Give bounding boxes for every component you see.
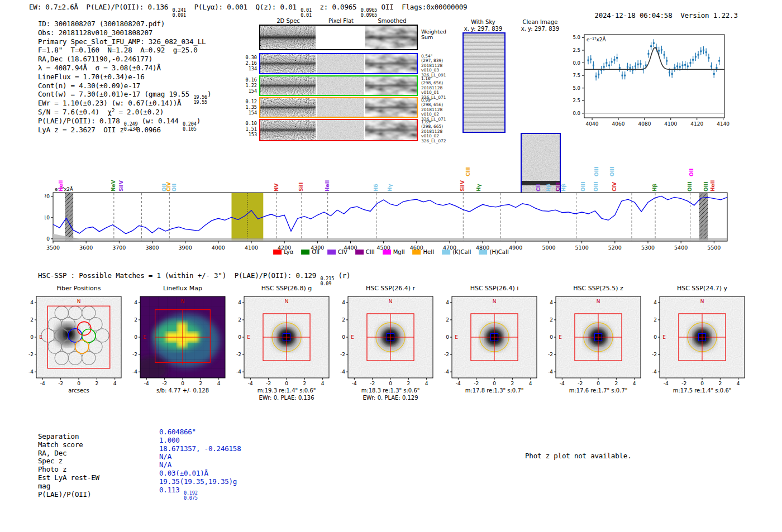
data-point: [687, 65, 689, 67]
tick-label: -2: [548, 352, 553, 357]
spec2d-row-right-labels: Weighted Sum: [421, 29, 446, 41]
spec2d-cell: [260, 76, 316, 95]
tick-label: 4040: [586, 121, 599, 127]
tick-label: 4100: [664, 121, 677, 127]
tick-label: -2: [578, 381, 583, 386]
emission-line-label: OIII: [593, 181, 599, 191]
info-text: λ = 4087.94Å σ = 3.08(±0.74)Å: [38, 64, 161, 72]
withsky-coords: x, y: 297, 839: [458, 26, 508, 32]
tick-label: -4: [456, 381, 461, 386]
tick-label: 4: [529, 381, 532, 386]
data-point: [650, 45, 652, 47]
emission-line-label: SiIV: [118, 180, 124, 191]
tick-label: 2: [550, 317, 553, 323]
tick-label: 4100: [245, 245, 258, 251]
spec2d-cell: [260, 54, 316, 73]
legend-label: HeII: [423, 249, 435, 255]
info-line-7: Cont(n) = 4.30(±0.09)e-17: [38, 82, 211, 90]
spec2d-cell: [317, 120, 364, 140]
col-header-smoothed: Smoothed: [366, 18, 418, 24]
match-row-value: 1.000: [159, 436, 180, 444]
header-fraction: 0.2410.091: [172, 8, 186, 18]
emission-line-label: NeV: [111, 180, 116, 191]
data-point: [718, 60, 720, 61]
cutout-caption: m:17.5 re:1.4" s:0.6": [643, 387, 761, 394]
detection-info-block: ID: 3001808207 (3001808207.pdf)Obs: 2018…: [38, 20, 211, 134]
match-value-text: N/A: [159, 452, 171, 461]
tick-label: 4: [446, 300, 449, 305]
tick-label: 0: [446, 334, 449, 340]
cutout-caption: arcsecs: [20, 387, 137, 394]
info-text: LyA z = 2.3627 OII z = 0.0966: [38, 126, 161, 134]
info-text: Cont(n) = 4.30(±0.09)e-17: [38, 82, 140, 90]
emission-line-label: SiIV: [460, 180, 465, 191]
tick-label: N: [389, 299, 393, 304]
tick-label: 3500: [46, 245, 60, 251]
info-line-9: EWr = 1.10(±0.23) (w: 0.67(±0.14))Å: [38, 99, 211, 108]
tick-label: -4: [248, 381, 253, 386]
info-line-0: ID: 3001808207 (3001808207.pdf): [38, 20, 211, 28]
legend-label: MgII: [393, 249, 405, 255]
data-point: [703, 49, 704, 51]
header-fraction: 0.09650.0965: [361, 8, 378, 18]
legend-label: (H)CaII: [490, 249, 509, 255]
info-line-3: F=1.8" T=0.160 N=1.28 A=0.92 g=25.0: [38, 46, 211, 55]
tick-label: 2: [614, 381, 618, 386]
match-row-label: Spec z: [38, 457, 63, 465]
tick-label: 4120: [690, 121, 703, 127]
tick-label: -2: [370, 381, 375, 386]
tick-label: 4: [321, 381, 325, 386]
tick-label: N: [181, 299, 185, 304]
data-point: [695, 56, 697, 57]
emission-line-label: Hγ: [387, 184, 393, 191]
tick-label: -2: [266, 381, 271, 386]
tick-label: -2: [162, 381, 167, 386]
info-line-10: S/N = 7.6(±0.4) χ2 = 2.0(±0.2): [38, 108, 211, 117]
tick-label: 3600: [79, 245, 93, 251]
emission-line-label: HeII: [710, 180, 716, 191]
emission-line-label: NV: [274, 184, 279, 192]
tick-label: 2.5: [573, 98, 580, 103]
cutout-caption: s/b: 4.77 +/- 0.128: [124, 387, 241, 394]
tick-label: 0: [134, 334, 137, 340]
tick-label: E: [662, 334, 666, 340]
tick-label: E: [39, 334, 42, 340]
clean-title: Clean Image: [515, 19, 565, 25]
hsc-match-header: HSC-SSP : Possible Matches = 1 (within +…: [38, 271, 350, 286]
tick-label: 2: [446, 317, 449, 323]
info-text: = 2.0(±0.2): [115, 108, 164, 116]
cutout-panel: NE-4-4-2-2002244: [122, 288, 239, 387]
emission-line-label: Hγ: [476, 184, 481, 191]
tick-label: 3800: [145, 245, 159, 251]
elixer-report-page: EW: 0.7±2.6Å P(LAE)/P(OII): 0.136 0.2410…: [0, 0, 782, 532]
info-fraction: 0.2040.105: [183, 122, 197, 132]
emission-line-label: CIII: [555, 182, 561, 191]
tick-label: -4: [340, 369, 345, 375]
tick-label: 0: [238, 334, 241, 340]
info-text: F=1.8" T=0.160 N=1.28 A=0.92 g=25.0: [38, 46, 198, 54]
emission-line-label: Hβ: [561, 184, 566, 191]
emission-line-label: OIII: [594, 166, 599, 176]
emission-line-label: HeII: [58, 180, 64, 191]
info-text: S/N = 7.6(±0.4) χ: [38, 108, 112, 116]
data-point: [640, 63, 641, 65]
header-text: EW: 0.7±2.6Å P(LAE)/P(OII): 0.136: [29, 3, 172, 11]
header-text: z: 0.0965: [312, 3, 361, 11]
tick-label: 0: [77, 381, 80, 386]
data-point: [588, 60, 589, 61]
header-text: OII Flags:0x00000009: [377, 3, 467, 11]
tick-label: 4060: [612, 121, 625, 127]
tick-label: N: [493, 299, 497, 304]
cutout-panel: NE-4-4-2-2002244: [18, 288, 135, 387]
data-point: [603, 66, 605, 68]
emission-line-label: OIII: [609, 166, 615, 176]
tick-label: -4: [132, 369, 137, 375]
match-row-label: P(LAE)/P(OII): [38, 490, 91, 499]
match-row-value: 0.113 0.1920.075: [159, 486, 198, 501]
data-point: [684, 64, 686, 66]
tick-label: -2: [340, 352, 345, 357]
match-row-label: Separation: [38, 432, 79, 440]
info-line-2: Primary Spec_Slot_IFU_AMP: 326_082_034_L…: [38, 37, 211, 46]
tick-label: E: [559, 334, 562, 340]
data-point: [630, 67, 631, 69]
